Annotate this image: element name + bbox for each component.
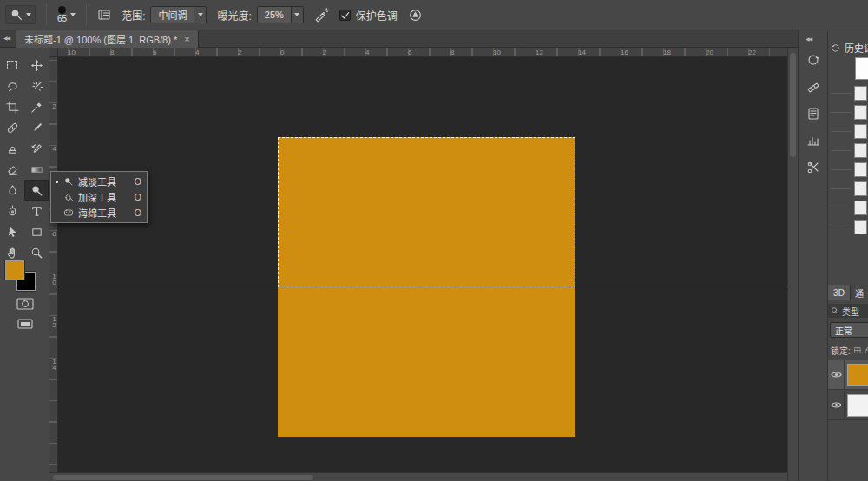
- range-dropdown[interactable]: 中间调: [150, 6, 207, 23]
- magic-wand-tool[interactable]: [24, 76, 49, 96]
- move-icon: [30, 59, 43, 72]
- vertical-scrollbar[interactable]: [787, 48, 798, 481]
- layer-row-1[interactable]: [828, 360, 868, 390]
- healing-brush-tool[interactable]: [0, 117, 24, 138]
- dodge-tool[interactable]: [24, 180, 49, 201]
- layer-visibility-toggle[interactable]: [828, 391, 845, 419]
- color-swatches: [5, 260, 43, 295]
- clone-stamp-icon: [6, 142, 19, 155]
- canvas-workspace[interactable]: [58, 57, 787, 472]
- history-snapshot-thumbnail[interactable]: [855, 57, 868, 80]
- brush-preview: 65: [57, 6, 67, 23]
- foreground-color-swatch[interactable]: [5, 260, 24, 280]
- ruler-label: 14: [578, 49, 586, 56]
- type-tool[interactable]: [24, 201, 49, 221]
- chevron-down-icon: [291, 7, 303, 23]
- ruler-icon: [806, 80, 820, 94]
- eraser-tool[interactable]: [0, 159, 24, 180]
- layer-visibility-toggle[interactable]: [828, 360, 845, 389]
- layer-filter-row[interactable]: 类型: [828, 304, 868, 318]
- blend-mode-dropdown[interactable]: 正常: [830, 322, 868, 338]
- measure-panel-button[interactable]: [803, 78, 824, 96]
- brush-tool[interactable]: [24, 117, 49, 138]
- flyout-item-dodge[interactable]: 减淡工具 O: [51, 174, 147, 189]
- path-selection-tool[interactable]: [0, 221, 24, 242]
- toggle-brush-panel-icon[interactable]: [97, 8, 111, 22]
- tab-3d[interactable]: 3D: [828, 285, 851, 300]
- rotate-view-icon: [806, 53, 820, 67]
- vertical-scrollbar-thumb[interactable]: [790, 53, 796, 157]
- blend-mode-value: 正常: [835, 324, 852, 337]
- brush-size-value: 65: [57, 15, 67, 23]
- history-state-row[interactable]: [828, 142, 868, 161]
- history-state-row[interactable]: [828, 122, 868, 142]
- history-state-row[interactable]: [828, 218, 868, 237]
- rotate-view-panel-button[interactable]: [803, 51, 824, 69]
- ruler-label: 18: [663, 49, 671, 56]
- close-tab-button[interactable]: ×: [184, 34, 189, 44]
- chevron-down-icon: [70, 13, 76, 16]
- options-bar: 65 范围: 中间调 曝光度: 25% 保护色调: [0, 0, 868, 30]
- protect-tones-checkbox[interactable]: [339, 10, 351, 21]
- histogram-icon: [806, 134, 820, 148]
- history-brush-tool[interactable]: [24, 138, 49, 159]
- eye-icon: [831, 401, 842, 409]
- ruler-label: 20: [706, 49, 713, 56]
- eraser-icon: [6, 163, 19, 176]
- history-state-row[interactable]: [828, 84, 868, 103]
- horizontal-scrollbar[interactable]: [49, 472, 787, 481]
- layer-thumbnail[interactable]: [847, 364, 868, 386]
- layer-row-2[interactable]: [828, 391, 868, 420]
- history-panel-title: 历史记录: [845, 41, 868, 55]
- gradient-tool[interactable]: [24, 159, 49, 180]
- left-dock-collapse-button[interactable]: ◀◀: [3, 35, 10, 41]
- exposure-dropdown[interactable]: 25%: [257, 6, 304, 23]
- clone-stamp-tool[interactable]: [0, 138, 24, 159]
- blur-icon: [6, 184, 19, 197]
- history-state-row[interactable]: [828, 161, 868, 180]
- gradient-icon: [30, 163, 43, 176]
- screen-mode-icon[interactable]: [17, 319, 33, 329]
- pressure-size-icon[interactable]: [408, 8, 423, 23]
- airbrush-icon[interactable]: [314, 8, 329, 23]
- type-icon: [30, 205, 43, 218]
- right-dock-collapse-button[interactable]: ◀◀: [806, 36, 812, 42]
- notes-panel-button[interactable]: [803, 105, 824, 122]
- slice-panel-button[interactable]: [803, 159, 824, 176]
- history-state-row[interactable]: [828, 103, 868, 122]
- lock-all-icon[interactable]: [865, 346, 868, 354]
- histogram-panel-button[interactable]: [803, 132, 824, 149]
- ruler-label: 16: [621, 49, 628, 56]
- selection-arrow-icon: [6, 226, 19, 239]
- quick-mask-icon[interactable]: [16, 298, 34, 310]
- flyout-item-burn[interactable]: 加深工具 O: [51, 189, 147, 205]
- flyout-item-sponge[interactable]: 海绵工具 O: [51, 205, 147, 221]
- move-tool[interactable]: [24, 55, 49, 76]
- layer-thumbnail[interactable]: [847, 394, 868, 417]
- shape-tool[interactable]: [24, 221, 49, 242]
- brush-preset-picker[interactable]: 65: [57, 6, 76, 23]
- ruler-origin-corner[interactable]: [49, 48, 58, 57]
- history-brush-icon: [30, 142, 43, 155]
- blur-tool[interactable]: [0, 180, 24, 201]
- document-tab-bar: ◀◀ 未标题-1 @ 100% (图层 1, RGB/8) * ×: [0, 30, 868, 48]
- exposure-label: 曝光度:: [217, 8, 251, 23]
- document-tab[interactable]: 未标题-1 @ 100% (图层 1, RGB/8) * ×: [16, 30, 199, 48]
- flyout-item-label: 减淡工具: [78, 175, 116, 188]
- rectangular-marquee-tool[interactable]: [0, 55, 24, 76]
- tools-panel: [0, 48, 49, 481]
- pen-tool[interactable]: [0, 201, 24, 221]
- tool-preset-picker[interactable]: [5, 5, 36, 24]
- ruler-label: 8: [50, 230, 58, 236]
- lasso-tool[interactable]: [0, 76, 24, 96]
- tab-channels[interactable]: 通: [851, 285, 868, 300]
- eyedropper-tool[interactable]: [24, 96, 49, 117]
- lock-transparency-icon[interactable]: [854, 346, 861, 354]
- history-state-row[interactable]: [828, 180, 868, 199]
- horizontal-ruler: 1086420246810121416182022: [58, 48, 787, 57]
- crop-tool[interactable]: [0, 96, 24, 117]
- history-panel-header[interactable]: 历史记录: [831, 41, 868, 55]
- horizontal-scrollbar-thumb[interactable]: [53, 475, 313, 480]
- ruler-label: 14: [50, 358, 58, 370]
- history-state-row[interactable]: [828, 199, 868, 218]
